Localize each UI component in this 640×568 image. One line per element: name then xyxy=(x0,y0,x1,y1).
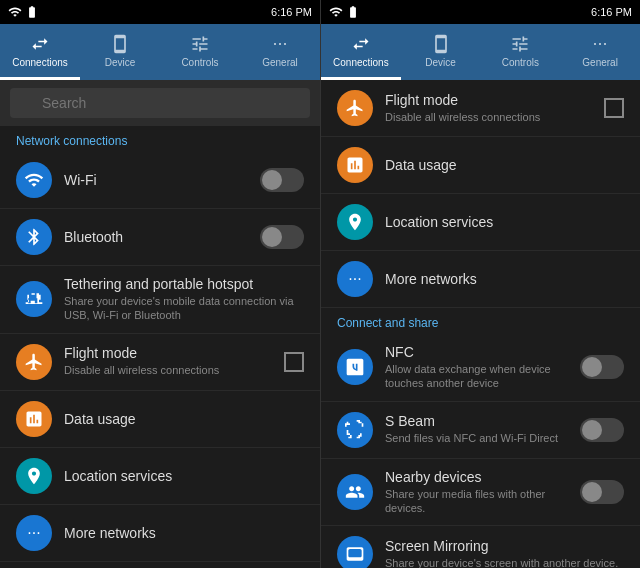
bluetooth-text: Bluetooth xyxy=(64,229,260,245)
tab-label-controls-right: Controls xyxy=(502,57,539,68)
nearby-toggle[interactable] xyxy=(580,480,624,504)
menu-item-sbeam[interactable]: S Beam Send files via NFC and Wi-Fi Dire… xyxy=(321,402,640,459)
tab-bar-right: Connections Device Controls ··· General xyxy=(321,24,640,80)
mirroring-icon xyxy=(337,536,373,568)
flightmode-title-right: Flight mode xyxy=(385,92,604,108)
nearby-subtitle: Share your media files with other device… xyxy=(385,487,580,516)
tab-controls-left[interactable]: Controls xyxy=(160,24,240,80)
tab-bar-left: Connections Device Controls ··· General xyxy=(0,24,320,80)
wifi-icon xyxy=(16,162,52,198)
bluetooth-title: Bluetooth xyxy=(64,229,260,245)
tab-connections-left[interactable]: Connections xyxy=(0,24,80,80)
tab-label-controls-left: Controls xyxy=(181,57,218,68)
datausage-title-left: Data usage xyxy=(64,411,304,427)
search-bar: 🔍 xyxy=(0,80,320,126)
tab-connections-right[interactable]: Connections xyxy=(321,24,401,80)
left-panel: 6:16 PM Connections Device Controls ··· … xyxy=(0,0,320,568)
menu-item-nfc-right[interactable]: NFC Allow data exchange when device touc… xyxy=(321,334,640,402)
tethering-subtitle: Share your device's mobile data connecti… xyxy=(64,294,304,323)
flightmode-checkbox-left[interactable] xyxy=(284,352,304,372)
bluetooth-toggle[interactable] xyxy=(260,225,304,249)
flightmode-title-left: Flight mode xyxy=(64,345,284,361)
tethering-title: Tethering and portable hotspot xyxy=(64,276,304,292)
sbeam-icon xyxy=(337,412,373,448)
morenetworks-icon-right: ··· xyxy=(337,261,373,297)
time-left: 6:16 PM xyxy=(271,6,312,18)
section-header-connect-right: Connect and share xyxy=(321,308,640,334)
morenetworks-title-left: More networks xyxy=(64,525,304,541)
flightmode-text-right: Flight mode Disable all wireless connect… xyxy=(385,92,604,124)
mirroring-text: Screen Mirroring Share your device's scr… xyxy=(385,538,624,568)
morenetworks-title-right: More networks xyxy=(385,271,624,287)
flightmode-checkbox-right[interactable] xyxy=(604,98,624,118)
status-right-time: 6:16 PM xyxy=(271,6,312,18)
datausage-title-right: Data usage xyxy=(385,157,624,173)
tab-general-left[interactable]: ··· General xyxy=(240,24,320,80)
datausage-text-left: Data usage xyxy=(64,411,304,427)
mirroring-subtitle: Share your device's screen with another … xyxy=(385,556,624,568)
menu-item-nearby[interactable]: Nearby devices Share your media files wi… xyxy=(321,459,640,527)
menu-item-flightmode-right[interactable]: Flight mode Disable all wireless connect… xyxy=(321,80,640,137)
flightmode-icon-right xyxy=(337,90,373,126)
flightmode-subtitle-right: Disable all wireless connections xyxy=(385,110,604,124)
menu-item-datausage-left[interactable]: Data usage xyxy=(0,391,320,448)
flightmode-text-left: Flight mode Disable all wireless connect… xyxy=(64,345,284,377)
morenetworks-icon-left: ··· xyxy=(16,515,52,551)
nfc-title-right: NFC xyxy=(385,344,580,360)
sbeam-toggle[interactable] xyxy=(580,418,624,442)
nearby-text: Nearby devices Share your media files wi… xyxy=(385,469,580,516)
menu-item-morenetworks-right[interactable]: ··· More networks xyxy=(321,251,640,308)
status-bar-right: 6:16 PM xyxy=(321,0,640,24)
tab-label-general-right: General xyxy=(582,57,618,68)
sbeam-subtitle: Send files via NFC and Wi-Fi Direct xyxy=(385,431,580,445)
tab-device-left[interactable]: Device xyxy=(80,24,160,80)
menu-item-bluetooth[interactable]: Bluetooth xyxy=(0,209,320,266)
tethering-icon xyxy=(16,281,52,317)
section-header-network: Network connections xyxy=(0,126,320,152)
status-time-right: 6:16 PM xyxy=(591,6,632,18)
menu-item-tethering[interactable]: Tethering and portable hotspot Share you… xyxy=(0,266,320,334)
menu-item-datausage-right[interactable]: Data usage xyxy=(321,137,640,194)
left-content: Network connections Wi-Fi Bluetooth xyxy=(0,126,320,568)
location-icon-right xyxy=(337,204,373,240)
right-content: Flight mode Disable all wireless connect… xyxy=(321,80,640,568)
nfc-subtitle-right: Allow data exchange when device touches … xyxy=(385,362,580,391)
morenetworks-text-right: More networks xyxy=(385,271,624,287)
tab-label-general-left: General xyxy=(262,57,298,68)
tab-label-connections-left: Connections xyxy=(12,57,68,68)
status-left-icons xyxy=(8,5,39,19)
menu-item-mirroring[interactable]: Screen Mirroring Share your device's scr… xyxy=(321,526,640,568)
nearby-icon xyxy=(337,474,373,510)
search-input[interactable] xyxy=(10,88,310,118)
tab-general-right[interactable]: ··· General xyxy=(560,24,640,80)
status-right-icons xyxy=(329,5,360,19)
location-text-right: Location services xyxy=(385,214,624,230)
wifi-text: Wi-Fi xyxy=(64,172,260,188)
location-title-right: Location services xyxy=(385,214,624,230)
menu-item-location-left[interactable]: Location services xyxy=(0,448,320,505)
tab-device-right[interactable]: Device xyxy=(401,24,481,80)
sbeam-title: S Beam xyxy=(385,413,580,429)
location-text-left: Location services xyxy=(64,468,304,484)
datausage-text-right: Data usage xyxy=(385,157,624,173)
tab-label-device-left: Device xyxy=(105,57,136,68)
section-header-connect-left: Connect and share xyxy=(0,562,320,568)
mirroring-title: Screen Mirroring xyxy=(385,538,624,554)
tab-controls-right[interactable]: Controls xyxy=(481,24,561,80)
bluetooth-icon xyxy=(16,219,52,255)
wifi-title: Wi-Fi xyxy=(64,172,260,188)
nearby-title: Nearby devices xyxy=(385,469,580,485)
menu-item-morenetworks-left[interactable]: ··· More networks xyxy=(0,505,320,562)
status-bar-left: 6:16 PM xyxy=(0,0,320,24)
menu-item-location-right[interactable]: Location services xyxy=(321,194,640,251)
location-icon-left xyxy=(16,458,52,494)
flightmode-subtitle-left: Disable all wireless connections xyxy=(64,363,284,377)
search-wrapper: 🔍 xyxy=(10,88,310,118)
morenetworks-text-left: More networks xyxy=(64,525,304,541)
wifi-toggle[interactable] xyxy=(260,168,304,192)
sbeam-text: S Beam Send files via NFC and Wi-Fi Dire… xyxy=(385,413,580,445)
nfc-toggle-right[interactable] xyxy=(580,355,624,379)
tab-label-device-right: Device xyxy=(425,57,456,68)
menu-item-wifi[interactable]: Wi-Fi xyxy=(0,152,320,209)
menu-item-flightmode-left[interactable]: Flight mode Disable all wireless connect… xyxy=(0,334,320,391)
